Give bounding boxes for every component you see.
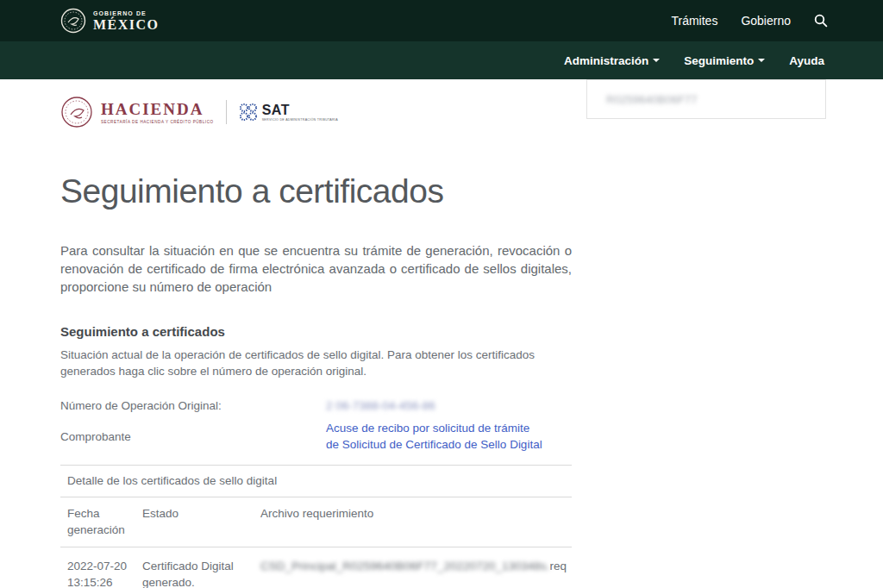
chevron-down-icon	[653, 59, 660, 62]
main-content: Seguimiento a certificados Para consulta…	[60, 172, 572, 588]
cell-archivo-requerimiento: CSD_Principal_R0259640B06F77_20220720_13…	[260, 558, 572, 588]
menu-seguimiento[interactable]: Seguimiento	[684, 54, 765, 67]
sat-logo[interactable]: SAT SERVICIO DE ADMINISTRACIÓN TRIBUTARI…	[239, 103, 338, 122]
gobierno-mexico-seal-icon	[60, 8, 86, 34]
comprobante-label: Comprobante	[60, 430, 326, 443]
section-description: Situación actual de la operación de cert…	[60, 347, 540, 379]
menu-ayuda[interactable]: Ayuda	[789, 54, 824, 67]
hacienda-subtitle: SECRETARÍA DE HACIENDA Y CRÉDITO PÚBLICO	[101, 120, 214, 124]
col-header-fecha: Fecha generación	[60, 505, 142, 538]
file-suffix: req	[550, 560, 567, 572]
col-header-archivo: Archivo requerimiento	[260, 505, 572, 538]
hacienda-wordmark: HACIENDA SECRETARÍA DE HACIENDA Y CRÉDIT…	[101, 100, 214, 124]
table-row: 2022-07-20 13:15:26 Certificado Digital …	[60, 547, 572, 588]
field-row-comprobante: Comprobante Acuse de recibo por solicitu…	[60, 420, 572, 453]
menu-seguimiento-label: Seguimiento	[684, 54, 754, 67]
menu-administracion-label: Administración	[564, 54, 648, 67]
table-caption: Detalle de los certificados de sello dig…	[60, 466, 572, 497]
certificates-table: Detalle de los certificados de sello dig…	[60, 465, 572, 588]
nav-tramites-link[interactable]: Trámites	[671, 14, 717, 28]
hacienda-name: HACIENDA	[101, 100, 214, 119]
sat-wordmark: SAT SERVICIO DE ADMINISTRACIÓN TRIBUTARI…	[262, 103, 338, 122]
acuse-recibo-link[interactable]: Acuse de recibo por solicitud de trámite…	[326, 420, 543, 453]
search-icon[interactable]	[814, 14, 828, 28]
sat-subtitle: SERVICIO DE ADMINISTRACIÓN TRIBUTARIA	[262, 118, 338, 122]
gobierno-mexico-wordmark: GOBIERNO DE MÉXICO	[93, 10, 160, 32]
menu-administracion[interactable]: Administración	[564, 54, 660, 67]
menu-ayuda-label: Ayuda	[789, 54, 824, 67]
hacienda-logo[interactable]: HACIENDA SECRETARÍA DE HACIENDA Y CRÉDIT…	[60, 96, 214, 128]
hacienda-seal-icon	[60, 96, 93, 128]
session-info-box: R0259640B06F77	[586, 79, 826, 119]
table-header-row: Fecha generación Estado Archivo requerim…	[60, 497, 572, 547]
sat-name: SAT	[262, 103, 338, 117]
mexico-text: MÉXICO	[93, 18, 160, 32]
redacted-session-value: R0259640B06F77	[606, 93, 698, 106]
operation-number-label: Número de Operación Original:	[60, 399, 326, 412]
topbar-nav: Trámites Gobierno	[671, 14, 828, 28]
operation-fields: Número de Operación Original: 2 06-7388-…	[60, 399, 572, 453]
cell-fecha-generacion: 2022-07-20 13:15:26	[60, 558, 142, 588]
chevron-down-icon	[758, 59, 765, 62]
col-header-estado: Estado	[142, 505, 260, 538]
gobierno-de-text: GOBIERNO DE	[93, 10, 160, 16]
app-menubar: Administración Seguimiento Ayuda	[0, 41, 883, 79]
redacted-file-name: CSD_Principal_R0259640B06F77_20220720_13…	[260, 560, 550, 572]
section-heading: Seguimiento a certificados	[60, 324, 572, 339]
intro-paragraph: Para consultar la situación en que se en…	[60, 241, 572, 296]
gobierno-mexico-logo[interactable]: GOBIERNO DE MÉXICO	[60, 8, 160, 34]
government-topbar: GOBIERNO DE MÉXICO Trámites Gobierno	[0, 0, 883, 41]
field-row-operation-number: Número de Operación Original: 2 06-7388-…	[60, 399, 572, 412]
redacted-operation-number[interactable]: 2 06-7388-04-456-86	[326, 399, 435, 412]
cell-estado: Certificado Digital generado. Consúltelo…	[142, 558, 260, 588]
nav-gobierno-link[interactable]: Gobierno	[741, 14, 791, 28]
sat-dots-icon	[239, 103, 258, 122]
page-title: Seguimiento a certificados	[60, 172, 572, 210]
logo-divider	[226, 100, 227, 124]
